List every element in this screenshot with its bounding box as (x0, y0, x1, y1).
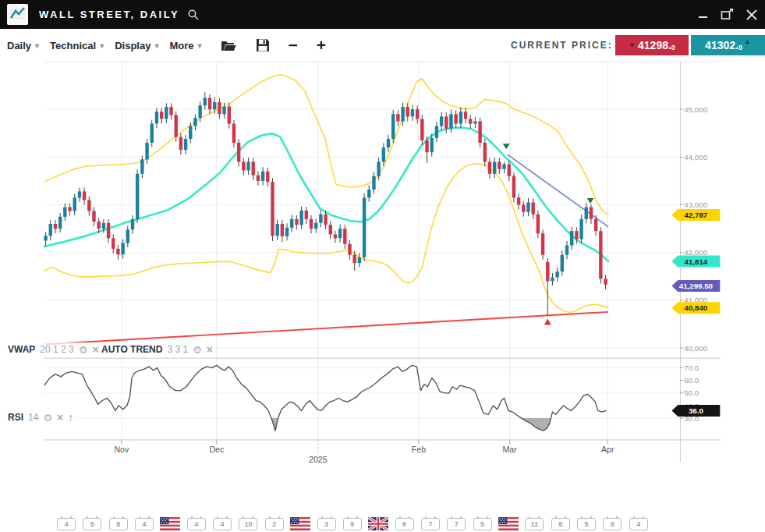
date-axis[interactable]: NovDec2025FebMarApr (114, 440, 614, 463)
sell-price-decimal: 0 (671, 44, 675, 51)
sell-price-button[interactable]: ▼ 41298.0 (615, 35, 689, 55)
calendar-event-marker[interactable]: 8 (109, 518, 128, 530)
save-icon[interactable] (256, 38, 270, 52)
menu-daily[interactable]: Daily▾ (7, 40, 39, 51)
svg-text:Dec: Dec (209, 445, 225, 454)
calendar-event-marker[interactable]: 7 (447, 518, 466, 530)
svg-text:2025: 2025 (309, 455, 328, 464)
calendar-event-marker[interactable]: 2 (265, 518, 284, 530)
menu-display-label: Display (115, 40, 151, 51)
svg-text:50.0: 50.0 (684, 388, 699, 397)
calendar-event-marker[interactable]: 8 (603, 518, 622, 530)
us-flag-icon[interactable] (160, 517, 180, 530)
current-price-label: CURRENT PRICE: (511, 40, 613, 51)
svg-text:Feb: Feb (412, 445, 426, 454)
zoom-in-icon[interactable]: + (317, 37, 326, 53)
gear-icon[interactable]: ⚙ (193, 344, 202, 356)
calendar-event-marker[interactable]: 9 (343, 518, 362, 530)
menu-more[interactable]: More▾ (169, 40, 201, 51)
price-tags: 42,78741,81441,299.5040,84036.0 (671, 209, 720, 417)
calendar-event-marker[interactable]: 4 (57, 518, 76, 530)
calendar-event-marker[interactable]: 4 (213, 518, 232, 530)
svg-text:45,000: 45,000 (684, 105, 707, 114)
zoom-out-icon[interactable]: − (289, 37, 298, 53)
minimize-button[interactable] (698, 9, 708, 20)
close-icon[interactable] (746, 9, 757, 20)
svg-text:40,840: 40,840 (684, 303, 707, 312)
chart-canvas[interactable]: 45,00044,00043,00042,00041,00040,00070.0… (0, 62, 765, 532)
svg-text:44,000: 44,000 (684, 153, 707, 161)
calendar-event-marker[interactable]: 4 (187, 518, 206, 530)
remove-indicator-icon[interactable]: × (207, 343, 213, 356)
vwap-params: 20 1 2 3 (40, 344, 73, 355)
svg-text:41,299.50: 41,299.50 (679, 282, 713, 290)
remove-indicator-icon[interactable]: × (57, 411, 63, 424)
rsi-pane (44, 365, 607, 431)
indicator-legend-autotrend: AUTO TREND 3 3 1 ⚙ × (98, 342, 216, 356)
svg-text:70.0: 70.0 (684, 364, 699, 372)
app-logo-icon (7, 4, 28, 25)
autotrend-params: 3 3 1 (167, 344, 188, 355)
trend-line-blue[interactable] (508, 154, 608, 226)
us-flag-icon[interactable] (498, 517, 519, 530)
calendar-event-marker[interactable]: 8 (551, 518, 570, 530)
indicator-legend-vwap: VWAP 20 1 2 3 ⚙ × (5, 342, 102, 356)
buy-price-button[interactable]: 41302.0 ▲ (691, 35, 765, 55)
sell-signal-arrow-icon (503, 144, 510, 149)
autotrend-label: AUTO TREND (101, 344, 162, 355)
move-pane-up-icon[interactable]: ↑ (68, 411, 73, 424)
svg-text:42,787: 42,787 (684, 211, 707, 219)
calendar-event-marker[interactable]: 7 (421, 518, 440, 530)
calendar-event-marker[interactable]: 10 (239, 518, 257, 530)
rsi-line (44, 365, 607, 431)
sell-signal-arrow-icon (587, 198, 594, 204)
bollinger-upper-band (44, 75, 608, 215)
calendar-event-marker[interactable]: 4 (135, 518, 154, 530)
pane-borders (44, 62, 721, 463)
vwap-label: VWAP (8, 344, 35, 355)
calendar-event-marker[interactable]: 4 (629, 518, 648, 530)
chevron-down-icon: ▾ (100, 41, 104, 50)
uk-flag-icon[interactable] (368, 517, 388, 530)
open-folder-icon[interactable] (221, 39, 237, 52)
search-icon[interactable] (187, 9, 200, 21)
us-flag-icon[interactable] (290, 517, 310, 530)
window-title: WALL STREET, DAILY (39, 9, 179, 20)
rsi-params: 14 (28, 412, 38, 423)
title-bar: WALL STREET, DAILY (0, 0, 765, 29)
menu-display[interactable]: Display▾ (115, 40, 158, 51)
gear-icon[interactable]: ⚙ (43, 412, 52, 424)
calendar-event-marker[interactable]: 5 (83, 518, 101, 530)
calendar-event-marker[interactable]: 5 (577, 518, 596, 530)
calendar-event-marker[interactable]: 11 (525, 518, 544, 530)
price-down-arrow-icon: ▼ (629, 42, 636, 49)
auto-trend-line[interactable] (44, 312, 608, 345)
menu-technical-label: Technical (50, 40, 96, 51)
svg-text:Apr: Apr (601, 445, 614, 454)
chevron-down-icon: ▾ (154, 41, 158, 50)
svg-text:Nov: Nov (114, 445, 129, 454)
sell-price-value: 41298. (638, 39, 671, 51)
candlestick-series (44, 92, 607, 315)
popout-button[interactable] (721, 9, 734, 20)
buy-price-decimal: 0 (738, 44, 742, 51)
chevron-down-icon: ▾ (198, 41, 202, 50)
svg-text:43,000: 43,000 (684, 200, 707, 209)
gear-icon[interactable]: ⚙ (79, 344, 88, 356)
calendar-event-marker[interactable]: 5 (473, 518, 492, 530)
calendar-strip: 4584 44102 39 6775 (0, 517, 765, 532)
grid-lines (44, 62, 680, 440)
menu-daily-label: Daily (7, 40, 31, 51)
buy-signal-arrow-icon (544, 319, 551, 325)
svg-text:60.0: 60.0 (684, 376, 699, 385)
trading-platform-window: { "window": {"title": "WALL STREET, DAIL… (0, 0, 765, 532)
rsi-label: RSI (8, 412, 23, 423)
toolbar: Daily▾ Technical▾ Display▾ More▾ − + CUR… (0, 29, 765, 62)
svg-text:36.0: 36.0 (689, 406, 703, 415)
menu-technical[interactable]: Technical▾ (50, 40, 104, 51)
price-up-arrow-icon: ▲ (744, 38, 751, 45)
calendar-event-marker[interactable]: 6 (395, 518, 414, 530)
calendar-event-marker[interactable]: 3 (317, 518, 336, 530)
chart-area[interactable]: 45,00044,00043,00042,00041,00040,00070.0… (0, 62, 765, 532)
indicator-legend-rsi: RSI 14 ⚙ × ↑ (5, 410, 76, 424)
